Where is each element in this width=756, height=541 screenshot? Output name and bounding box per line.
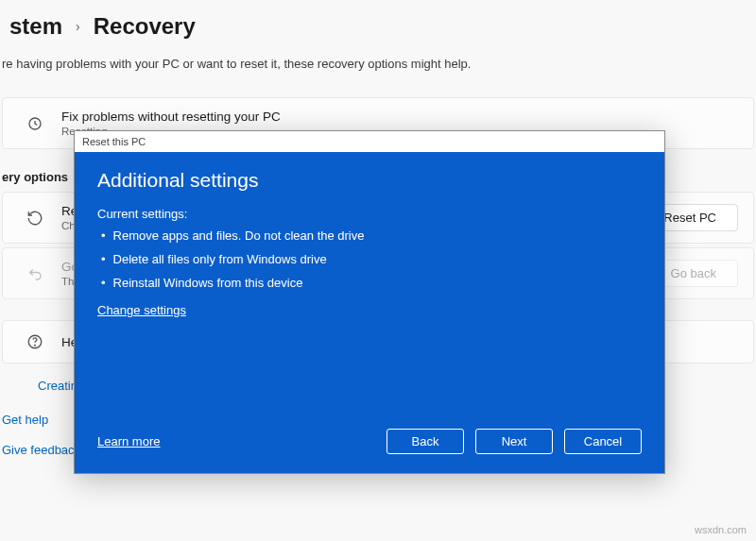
page-header: stem › Recovery re having problems with … (19, 0, 737, 71)
svg-point-2 (35, 345, 36, 346)
card-title: Fix problems without resetting your PC (61, 110, 738, 124)
dialog-titlebar: Reset this PC (75, 131, 664, 152)
change-settings-link[interactable]: Change settings (97, 303, 642, 317)
chevron-right-icon: › (76, 19, 80, 34)
settings-list: Remove apps and files. Do not clean the … (101, 228, 642, 299)
list-item: Remove apps and files. Do not clean the … (101, 228, 642, 243)
breadcrumb-parent[interactable]: stem (9, 13, 62, 40)
troubleshoot-icon (26, 114, 44, 133)
breadcrumb-current: Recovery (94, 13, 196, 40)
goback-icon (26, 264, 44, 283)
learn-more-link[interactable]: Learn more (97, 434, 160, 448)
dialog-subheading: Current settings: (97, 207, 642, 221)
dialog-heading: Additional settings (97, 169, 642, 192)
cancel-button[interactable]: Cancel (564, 429, 642, 454)
reset-pc-dialog: Reset this PC Additional settings Curren… (74, 130, 665, 474)
list-item: Delete all files only from Windows drive (101, 252, 642, 266)
give-feedback-link[interactable]: Give feedback (2, 443, 80, 457)
help-icon (26, 332, 44, 351)
page-subtitle: re having problems with your PC or want … (2, 57, 737, 71)
next-button[interactable]: Next (475, 429, 553, 454)
get-help-link[interactable]: Get help (2, 413, 48, 427)
watermark: wsxdn.com (695, 524, 747, 535)
list-item: Reinstall Windows from this device (101, 276, 642, 290)
back-button[interactable]: Back (387, 429, 464, 454)
reset-icon (26, 209, 44, 228)
breadcrumb: stem › Recovery (9, 13, 737, 40)
